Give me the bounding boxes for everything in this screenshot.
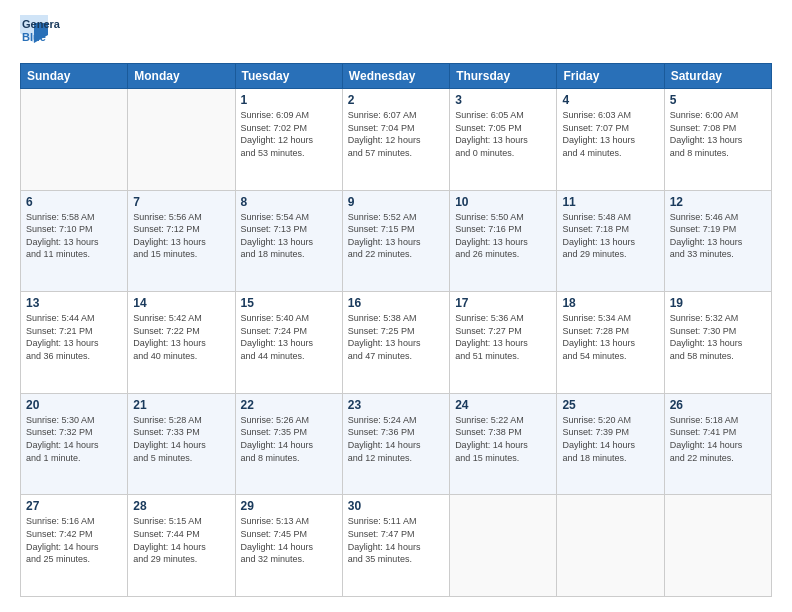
day-info: Sunrise: 5:36 AM Sunset: 7:27 PM Dayligh…	[455, 312, 551, 362]
header: GeneralBlue	[20, 15, 772, 53]
calendar-cell: 4Sunrise: 6:03 AM Sunset: 7:07 PM Daylig…	[557, 89, 664, 191]
header-sunday: Sunday	[21, 64, 128, 89]
day-number: 6	[26, 195, 122, 209]
day-number: 22	[241, 398, 337, 412]
calendar-cell: 1Sunrise: 6:09 AM Sunset: 7:02 PM Daylig…	[235, 89, 342, 191]
day-number: 27	[26, 499, 122, 513]
day-info: Sunrise: 5:40 AM Sunset: 7:24 PM Dayligh…	[241, 312, 337, 362]
day-info: Sunrise: 5:58 AM Sunset: 7:10 PM Dayligh…	[26, 211, 122, 261]
day-number: 4	[562, 93, 658, 107]
day-number: 7	[133, 195, 229, 209]
header-saturday: Saturday	[664, 64, 771, 89]
calendar-cell: 24Sunrise: 5:22 AM Sunset: 7:38 PM Dayli…	[450, 393, 557, 495]
day-info: Sunrise: 5:50 AM Sunset: 7:16 PM Dayligh…	[455, 211, 551, 261]
calendar-cell: 26Sunrise: 5:18 AM Sunset: 7:41 PM Dayli…	[664, 393, 771, 495]
day-info: Sunrise: 5:54 AM Sunset: 7:13 PM Dayligh…	[241, 211, 337, 261]
calendar-cell: 17Sunrise: 5:36 AM Sunset: 7:27 PM Dayli…	[450, 292, 557, 394]
day-number: 20	[26, 398, 122, 412]
logo: GeneralBlue	[20, 15, 60, 53]
day-info: Sunrise: 5:18 AM Sunset: 7:41 PM Dayligh…	[670, 414, 766, 464]
day-number: 26	[670, 398, 766, 412]
day-number: 18	[562, 296, 658, 310]
day-number: 14	[133, 296, 229, 310]
day-number: 15	[241, 296, 337, 310]
header-monday: Monday	[128, 64, 235, 89]
calendar-cell	[557, 495, 664, 597]
logo-svg-icon: GeneralBlue	[20, 15, 60, 53]
svg-text:Blue: Blue	[22, 31, 46, 43]
day-info: Sunrise: 5:28 AM Sunset: 7:33 PM Dayligh…	[133, 414, 229, 464]
calendar-cell: 21Sunrise: 5:28 AM Sunset: 7:33 PM Dayli…	[128, 393, 235, 495]
day-info: Sunrise: 5:42 AM Sunset: 7:22 PM Dayligh…	[133, 312, 229, 362]
week-row-4: 20Sunrise: 5:30 AM Sunset: 7:32 PM Dayli…	[21, 393, 772, 495]
calendar-cell	[664, 495, 771, 597]
calendar-cell: 11Sunrise: 5:48 AM Sunset: 7:18 PM Dayli…	[557, 190, 664, 292]
calendar-cell: 23Sunrise: 5:24 AM Sunset: 7:36 PM Dayli…	[342, 393, 449, 495]
day-info: Sunrise: 6:03 AM Sunset: 7:07 PM Dayligh…	[562, 109, 658, 159]
day-number: 9	[348, 195, 444, 209]
day-number: 13	[26, 296, 122, 310]
day-number: 24	[455, 398, 551, 412]
day-info: Sunrise: 6:09 AM Sunset: 7:02 PM Dayligh…	[241, 109, 337, 159]
calendar-cell: 13Sunrise: 5:44 AM Sunset: 7:21 PM Dayli…	[21, 292, 128, 394]
day-info: Sunrise: 5:26 AM Sunset: 7:35 PM Dayligh…	[241, 414, 337, 464]
day-number: 29	[241, 499, 337, 513]
header-tuesday: Tuesday	[235, 64, 342, 89]
week-row-3: 13Sunrise: 5:44 AM Sunset: 7:21 PM Dayli…	[21, 292, 772, 394]
calendar-cell: 8Sunrise: 5:54 AM Sunset: 7:13 PM Daylig…	[235, 190, 342, 292]
calendar-header-row: SundayMondayTuesdayWednesdayThursdayFrid…	[21, 64, 772, 89]
calendar-cell: 14Sunrise: 5:42 AM Sunset: 7:22 PM Dayli…	[128, 292, 235, 394]
day-number: 2	[348, 93, 444, 107]
day-info: Sunrise: 5:16 AM Sunset: 7:42 PM Dayligh…	[26, 515, 122, 565]
day-info: Sunrise: 5:48 AM Sunset: 7:18 PM Dayligh…	[562, 211, 658, 261]
day-info: Sunrise: 6:00 AM Sunset: 7:08 PM Dayligh…	[670, 109, 766, 159]
calendar-cell: 5Sunrise: 6:00 AM Sunset: 7:08 PM Daylig…	[664, 89, 771, 191]
day-number: 23	[348, 398, 444, 412]
calendar-cell	[450, 495, 557, 597]
calendar-cell: 15Sunrise: 5:40 AM Sunset: 7:24 PM Dayli…	[235, 292, 342, 394]
day-number: 12	[670, 195, 766, 209]
calendar-cell: 29Sunrise: 5:13 AM Sunset: 7:45 PM Dayli…	[235, 495, 342, 597]
day-number: 16	[348, 296, 444, 310]
day-number: 8	[241, 195, 337, 209]
calendar-cell: 6Sunrise: 5:58 AM Sunset: 7:10 PM Daylig…	[21, 190, 128, 292]
day-info: Sunrise: 6:07 AM Sunset: 7:04 PM Dayligh…	[348, 109, 444, 159]
header-wednesday: Wednesday	[342, 64, 449, 89]
day-info: Sunrise: 5:46 AM Sunset: 7:19 PM Dayligh…	[670, 211, 766, 261]
calendar-cell: 3Sunrise: 6:05 AM Sunset: 7:05 PM Daylig…	[450, 89, 557, 191]
day-number: 5	[670, 93, 766, 107]
day-info: Sunrise: 5:56 AM Sunset: 7:12 PM Dayligh…	[133, 211, 229, 261]
day-number: 3	[455, 93, 551, 107]
day-info: Sunrise: 5:24 AM Sunset: 7:36 PM Dayligh…	[348, 414, 444, 464]
week-row-2: 6Sunrise: 5:58 AM Sunset: 7:10 PM Daylig…	[21, 190, 772, 292]
calendar-cell: 25Sunrise: 5:20 AM Sunset: 7:39 PM Dayli…	[557, 393, 664, 495]
day-number: 30	[348, 499, 444, 513]
day-info: Sunrise: 5:38 AM Sunset: 7:25 PM Dayligh…	[348, 312, 444, 362]
calendar-cell	[21, 89, 128, 191]
day-info: Sunrise: 5:44 AM Sunset: 7:21 PM Dayligh…	[26, 312, 122, 362]
calendar-cell: 28Sunrise: 5:15 AM Sunset: 7:44 PM Dayli…	[128, 495, 235, 597]
day-number: 11	[562, 195, 658, 209]
day-number: 25	[562, 398, 658, 412]
day-info: Sunrise: 5:20 AM Sunset: 7:39 PM Dayligh…	[562, 414, 658, 464]
calendar-cell: 22Sunrise: 5:26 AM Sunset: 7:35 PM Dayli…	[235, 393, 342, 495]
calendar-cell: 16Sunrise: 5:38 AM Sunset: 7:25 PM Dayli…	[342, 292, 449, 394]
header-friday: Friday	[557, 64, 664, 89]
calendar-cell	[128, 89, 235, 191]
calendar-cell: 30Sunrise: 5:11 AM Sunset: 7:47 PM Dayli…	[342, 495, 449, 597]
svg-text:General: General	[22, 18, 60, 30]
day-number: 17	[455, 296, 551, 310]
day-info: Sunrise: 5:34 AM Sunset: 7:28 PM Dayligh…	[562, 312, 658, 362]
day-info: Sunrise: 5:52 AM Sunset: 7:15 PM Dayligh…	[348, 211, 444, 261]
calendar-cell: 18Sunrise: 5:34 AM Sunset: 7:28 PM Dayli…	[557, 292, 664, 394]
calendar-cell: 9Sunrise: 5:52 AM Sunset: 7:15 PM Daylig…	[342, 190, 449, 292]
day-info: Sunrise: 5:15 AM Sunset: 7:44 PM Dayligh…	[133, 515, 229, 565]
calendar-cell: 20Sunrise: 5:30 AM Sunset: 7:32 PM Dayli…	[21, 393, 128, 495]
day-number: 21	[133, 398, 229, 412]
calendar-cell: 2Sunrise: 6:07 AM Sunset: 7:04 PM Daylig…	[342, 89, 449, 191]
day-info: Sunrise: 5:13 AM Sunset: 7:45 PM Dayligh…	[241, 515, 337, 565]
page: GeneralBlue SundayMondayTuesdayWednesday…	[0, 0, 792, 612]
calendar-cell: 12Sunrise: 5:46 AM Sunset: 7:19 PM Dayli…	[664, 190, 771, 292]
day-info: Sunrise: 5:22 AM Sunset: 7:38 PM Dayligh…	[455, 414, 551, 464]
calendar-cell: 7Sunrise: 5:56 AM Sunset: 7:12 PM Daylig…	[128, 190, 235, 292]
